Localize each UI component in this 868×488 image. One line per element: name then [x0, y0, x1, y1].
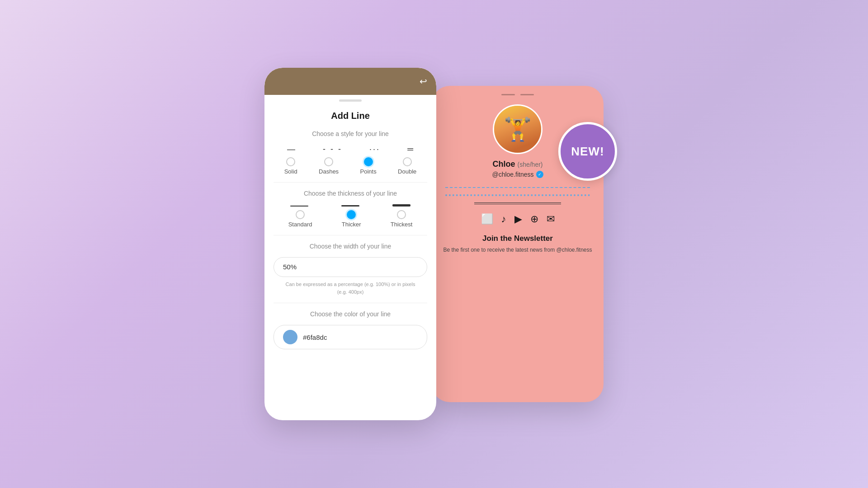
social-icons: ⬜ ♪ ▶ ⊕ ✉: [432, 209, 604, 230]
radio-thicker-label: Thicker: [342, 221, 361, 228]
thickness-options: [274, 204, 427, 206]
podcasts-icon[interactable]: ⊕: [530, 213, 538, 225]
avatar-image: 🏋️: [494, 106, 541, 153]
color-input-wrap[interactable]: #6fa8dc: [274, 325, 427, 349]
avatar: 🏋️: [493, 104, 542, 154]
width-input[interactable]: [283, 263, 418, 271]
color-value: #6fa8dc: [303, 333, 327, 341]
style-option-solid: —: [287, 145, 296, 154]
width-hint: Can be expressed as a percentage (e.g. 1…: [274, 281, 427, 296]
radio-thicker[interactable]: Thicker: [342, 210, 361, 228]
panel-content: Add Line Choose a style for your line — …: [264, 102, 436, 358]
divider-3: [274, 303, 427, 303]
radio-points-circle[interactable]: [364, 157, 373, 166]
back-icon[interactable]: ↩: [420, 76, 427, 87]
solid-preview: —: [287, 145, 296, 154]
color-section: #6fa8dc: [274, 325, 427, 349]
color-swatch[interactable]: [283, 330, 297, 344]
style-options: — - - - ··· ═: [274, 145, 427, 154]
youtube-icon[interactable]: ▶: [514, 213, 522, 225]
top-bar-line-1: [501, 94, 515, 95]
radio-dashes-circle[interactable]: [324, 157, 333, 166]
profile-handle: @chloe.fitness ✓: [492, 171, 543, 178]
verified-badge: ✓: [536, 171, 543, 178]
style-section-label: Choose a style for your line: [274, 130, 427, 137]
new-badge-text: NEW!: [571, 145, 604, 159]
instagram-icon[interactable]: ⬜: [481, 213, 493, 225]
width-input-wrap[interactable]: [274, 257, 427, 277]
divider-1: [274, 182, 427, 183]
style-option-double: ═: [407, 145, 414, 154]
thickness-thicker: [341, 205, 359, 206]
right-top-bar: [432, 86, 604, 100]
lines-container: [432, 183, 604, 209]
color-section-label: Choose the color of your line: [274, 310, 427, 318]
radio-solid-label: Solid: [284, 168, 297, 175]
dotted-blue-line: [445, 194, 590, 196]
radio-standard-circle[interactable]: [296, 210, 305, 219]
width-section: Can be expressed as a percentage (e.g. 1…: [274, 257, 427, 296]
newsletter-section: Join the Newsletter Be the first one to …: [432, 230, 604, 258]
profile-name-text: Chloe: [492, 160, 515, 169]
top-bar-line-2: [520, 94, 534, 95]
phone-header: ↩: [264, 68, 436, 95]
radio-points-label: Points: [360, 168, 377, 175]
scene: ↩ Add Line Choose a style for your line …: [264, 68, 604, 420]
thickness-standard: [290, 206, 308, 206]
thickness-thickest: [392, 204, 410, 206]
thickness-thicker-line: [341, 205, 359, 206]
divider-2: [274, 235, 427, 235]
dashes-preview: - - -: [323, 145, 342, 154]
radio-dashes[interactable]: Dashes: [319, 157, 339, 175]
radio-points[interactable]: Points: [360, 157, 377, 175]
handle-text: @chloe.fitness: [492, 171, 533, 178]
profile-name: Chloe (she/her): [492, 160, 542, 169]
new-badge: NEW!: [558, 122, 617, 181]
radio-thickest[interactable]: Thickest: [391, 210, 412, 228]
style-radio-group: Solid Dashes Points Double: [274, 157, 427, 175]
radio-standard-label: Standard: [288, 221, 312, 228]
style-option-points: ···: [369, 145, 380, 154]
profile-pronouns: (she/her): [518, 161, 543, 168]
panel-title: Add Line: [274, 111, 427, 121]
thickness-section-label: Choose the thickness of your line: [274, 190, 427, 197]
thickness-standard-line: [290, 206, 308, 206]
points-preview: ···: [369, 145, 380, 154]
email-icon[interactable]: ✉: [547, 213, 555, 225]
tiktok-icon[interactable]: ♪: [501, 213, 506, 225]
newsletter-text: Be the first one to receive the latest n…: [441, 246, 594, 254]
radio-solid-circle[interactable]: [286, 157, 295, 166]
style-option-dashes: - - -: [323, 145, 342, 154]
radio-solid[interactable]: Solid: [284, 157, 297, 175]
width-section-label: Choose the width of your line: [274, 243, 427, 250]
radio-standard[interactable]: Standard: [288, 210, 312, 228]
radio-dashes-label: Dashes: [319, 168, 339, 175]
dashed-blue-line: [445, 187, 590, 188]
double-dark-line: [474, 202, 561, 204]
radio-double[interactable]: Double: [398, 157, 416, 175]
left-phone-panel: ↩ Add Line Choose a style for your line …: [264, 68, 436, 420]
radio-double-circle[interactable]: [403, 157, 412, 166]
double-preview: ═: [407, 145, 414, 154]
thickness-thickest-line: [392, 204, 410, 206]
thickness-radio-group: Standard Thicker Thickest: [274, 210, 427, 228]
radio-thickest-label: Thickest: [391, 221, 412, 228]
radio-thicker-circle[interactable]: [347, 210, 356, 219]
radio-double-label: Double: [398, 168, 416, 175]
newsletter-title: Join the Newsletter: [441, 234, 594, 243]
radio-thickest-circle[interactable]: [397, 210, 406, 219]
